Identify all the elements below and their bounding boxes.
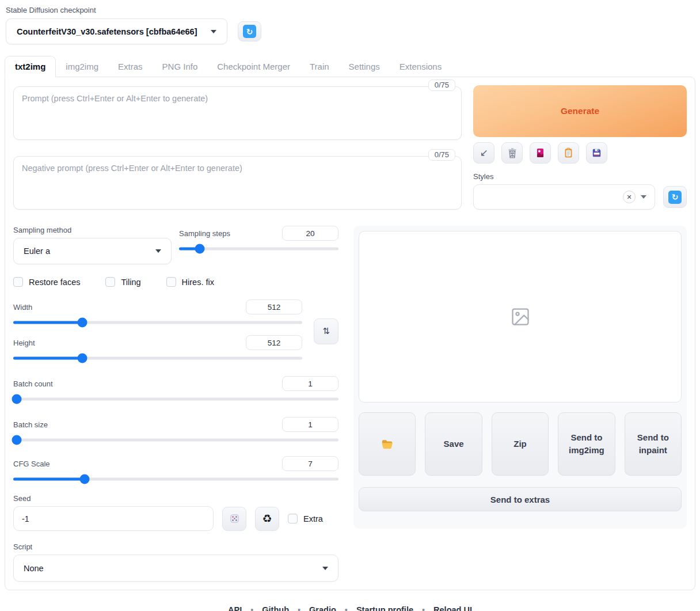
sampling-method-value: Euler a [24, 246, 155, 256]
footer-link-startup-profile[interactable]: Startup profile [336, 605, 413, 611]
arrow-down-left-icon: ↙ [480, 147, 488, 159]
output-gallery: Save Zip Send to img2img Send to inpaint… [353, 226, 687, 529]
clear-styles-icon[interactable]: ✕ [623, 191, 636, 203]
width-slider[interactable] [13, 318, 302, 327]
recycle-icon: ♻ [262, 512, 272, 525]
image-placeholder-icon [510, 306, 531, 327]
tab-train[interactable]: Train [300, 56, 339, 77]
footer-link-reload-ui[interactable]: Reload UI [413, 605, 472, 611]
txt2img-panel: 0/75 0/75 Generate ↙ [5, 77, 695, 590]
tiling-label: Tiling [121, 278, 140, 287]
send-to-img2img-button[interactable]: Send to img2img [558, 412, 615, 476]
tab-extensions[interactable]: Extensions [390, 56, 451, 77]
sampling-steps-slider[interactable] [179, 244, 338, 253]
slider-fill [13, 321, 82, 324]
sampling-method-dropdown[interactable]: Euler a [13, 238, 172, 264]
chevron-down-icon [211, 30, 216, 33]
slider-thumb[interactable] [80, 475, 90, 484]
slider-thumb[interactable] [195, 244, 205, 254]
generate-button[interactable]: Generate [473, 85, 687, 137]
footer-link-github[interactable]: Github [242, 605, 289, 611]
width-label: Width [13, 303, 32, 312]
cfg-scale-slider[interactable] [13, 475, 338, 484]
slider-track [13, 439, 338, 442]
slider-thumb[interactable] [12, 435, 21, 445]
sampling-steps-label: Sampling steps [179, 229, 230, 238]
tab-bar: txt2img img2img Extras PNG Info Checkpoi… [5, 56, 695, 77]
random-seed-button[interactable] [222, 507, 246, 531]
batch-size-label: Batch size [13, 420, 48, 429]
restore-faces-checkbox[interactable]: Restore faces [13, 277, 80, 287]
cfg-scale-input[interactable] [282, 456, 338, 471]
checkbox-icon[interactable] [13, 277, 23, 287]
chevron-down-icon [155, 249, 161, 253]
trash-icon [507, 147, 518, 159]
folder-icon [381, 438, 394, 451]
tiling-checkbox[interactable]: Tiling [105, 277, 140, 287]
height-slider[interactable] [13, 354, 302, 363]
footer: API Github Gradio Startup profile Reload… [5, 605, 695, 611]
slider-thumb[interactable] [12, 394, 21, 404]
hires-fix-label: Hires. fix [182, 278, 214, 287]
zip-button[interactable]: Zip [492, 412, 549, 476]
batch-count-slider[interactable] [13, 394, 338, 404]
seed-label: Seed [13, 494, 338, 503]
batch-size-slider[interactable] [13, 435, 338, 445]
slider-thumb[interactable] [78, 318, 88, 328]
styles-label: Styles [473, 172, 687, 181]
seed-input[interactable] [13, 506, 214, 531]
extra-seed-checkbox[interactable]: Extra [288, 514, 323, 523]
save-style-button[interactable] [586, 142, 607, 164]
open-folder-button[interactable] [359, 412, 416, 476]
send-to-inpaint-button[interactable]: Send to inpaint [625, 412, 682, 476]
slider-fill [13, 478, 85, 481]
clipboard-icon [563, 147, 574, 158]
sampling-steps-input[interactable] [282, 226, 338, 241]
height-input[interactable] [246, 335, 302, 350]
apply-style-clipboard-button[interactable] [558, 142, 579, 164]
tab-img2img[interactable]: img2img [56, 56, 108, 77]
checkbox-icon[interactable] [105, 277, 115, 287]
tab-txt2img[interactable]: txt2img [5, 56, 56, 77]
tab-png-info[interactable]: PNG Info [153, 56, 208, 77]
prompt-input[interactable] [13, 86, 462, 140]
send-to-extras-button[interactable]: Send to extras [359, 487, 682, 511]
slider-thumb[interactable] [78, 354, 88, 363]
swap-width-height-button[interactable]: ⇅ [314, 318, 338, 344]
refresh-icon: ↻ [668, 191, 682, 204]
tab-settings[interactable]: Settings [339, 56, 390, 77]
checkbox-icon[interactable] [166, 277, 176, 287]
save-button[interactable]: Save [425, 412, 482, 476]
slider-track [13, 398, 338, 401]
batch-size-input[interactable] [282, 417, 338, 432]
tab-extras[interactable]: Extras [108, 56, 153, 77]
script-label: Script [13, 542, 338, 551]
height-label: Height [13, 339, 35, 347]
tab-checkpoint-merger[interactable]: Checkpoint Merger [207, 56, 300, 77]
checkbox-icon[interactable] [288, 514, 298, 523]
refresh-checkpoints-button[interactable]: ↻ [238, 21, 261, 41]
cfg-scale-label: CFG Scale [13, 460, 50, 468]
prompt-token-counter: 0/75 [428, 79, 455, 91]
dice-icon [229, 513, 240, 524]
checkpoint-dropdown[interactable]: CounterfeitV30_v30.safetensors [cbfba64e… [6, 18, 227, 44]
width-input[interactable] [246, 299, 302, 314]
clear-prompt-button[interactable] [501, 142, 523, 164]
floppy-disk-icon [591, 147, 602, 158]
chevron-down-icon [322, 567, 328, 570]
sampling-method-label: Sampling method [13, 226, 172, 234]
extra-networks-button[interactable] [530, 142, 551, 164]
negative-prompt-input[interactable] [13, 156, 462, 210]
styles-dropdown[interactable]: ✕ [473, 184, 655, 210]
batch-count-input[interactable] [282, 376, 338, 391]
script-dropdown[interactable]: None [13, 555, 338, 582]
extra-seed-label: Extra [303, 514, 323, 523]
checkpoint-label: Stable Diffusion checkpoint [6, 6, 695, 14]
footer-link-api[interactable]: API [228, 605, 242, 611]
refresh-styles-button[interactable]: ↻ [663, 186, 687, 208]
paste-generation-params-button[interactable]: ↙ [473, 142, 494, 164]
footer-link-gradio[interactable]: Gradio [289, 605, 336, 611]
reuse-seed-button[interactable]: ♻ [255, 507, 279, 531]
output-image-placeholder [359, 231, 682, 403]
hires-fix-checkbox[interactable]: Hires. fix [166, 277, 214, 287]
